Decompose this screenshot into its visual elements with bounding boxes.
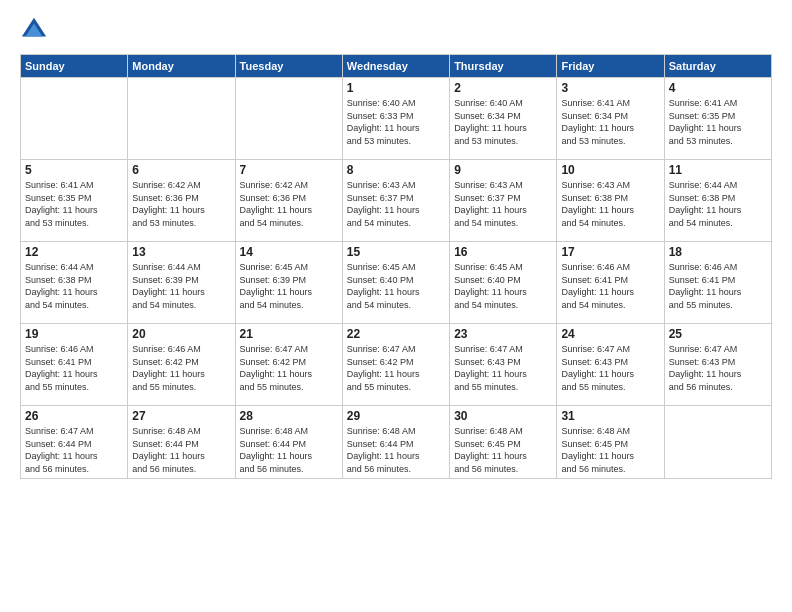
calendar-cell: 4Sunrise: 6:41 AMSunset: 6:35 PMDaylight… [664,78,771,160]
day-number: 22 [347,327,445,341]
day-number: 26 [25,409,123,423]
day-info: Sunrise: 6:43 AMSunset: 6:37 PMDaylight:… [347,179,445,229]
day-info: Sunrise: 6:40 AMSunset: 6:34 PMDaylight:… [454,97,552,147]
day-info: Sunrise: 6:48 AMSunset: 6:45 PMDaylight:… [454,425,552,475]
day-info: Sunrise: 6:41 AMSunset: 6:34 PMDaylight:… [561,97,659,147]
calendar-cell: 14Sunrise: 6:45 AMSunset: 6:39 PMDayligh… [235,242,342,324]
day-number: 14 [240,245,338,259]
day-info: Sunrise: 6:46 AMSunset: 6:41 PMDaylight:… [25,343,123,393]
day-number: 5 [25,163,123,177]
calendar-cell: 17Sunrise: 6:46 AMSunset: 6:41 PMDayligh… [557,242,664,324]
calendar-cell: 13Sunrise: 6:44 AMSunset: 6:39 PMDayligh… [128,242,235,324]
calendar-week-row: 5Sunrise: 6:41 AMSunset: 6:35 PMDaylight… [21,160,772,242]
day-info: Sunrise: 6:48 AMSunset: 6:44 PMDaylight:… [132,425,230,475]
calendar-cell: 7Sunrise: 6:42 AMSunset: 6:36 PMDaylight… [235,160,342,242]
day-number: 2 [454,81,552,95]
day-number: 31 [561,409,659,423]
weekday-header: Saturday [664,55,771,78]
calendar-week-row: 19Sunrise: 6:46 AMSunset: 6:41 PMDayligh… [21,324,772,406]
day-number: 20 [132,327,230,341]
day-number: 18 [669,245,767,259]
calendar-cell: 28Sunrise: 6:48 AMSunset: 6:44 PMDayligh… [235,406,342,479]
calendar-cell: 29Sunrise: 6:48 AMSunset: 6:44 PMDayligh… [342,406,449,479]
day-info: Sunrise: 6:46 AMSunset: 6:42 PMDaylight:… [132,343,230,393]
day-number: 19 [25,327,123,341]
calendar: SundayMondayTuesdayWednesdayThursdayFrid… [20,54,772,479]
day-info: Sunrise: 6:48 AMSunset: 6:45 PMDaylight:… [561,425,659,475]
calendar-cell [664,406,771,479]
calendar-header: SundayMondayTuesdayWednesdayThursdayFrid… [21,55,772,78]
day-number: 27 [132,409,230,423]
day-info: Sunrise: 6:47 AMSunset: 6:43 PMDaylight:… [561,343,659,393]
weekday-header: Sunday [21,55,128,78]
day-info: Sunrise: 6:44 AMSunset: 6:39 PMDaylight:… [132,261,230,311]
day-info: Sunrise: 6:45 AMSunset: 6:39 PMDaylight:… [240,261,338,311]
day-info: Sunrise: 6:40 AMSunset: 6:33 PMDaylight:… [347,97,445,147]
calendar-cell: 30Sunrise: 6:48 AMSunset: 6:45 PMDayligh… [450,406,557,479]
day-info: Sunrise: 6:48 AMSunset: 6:44 PMDaylight:… [240,425,338,475]
calendar-week-row: 26Sunrise: 6:47 AMSunset: 6:44 PMDayligh… [21,406,772,479]
day-info: Sunrise: 6:42 AMSunset: 6:36 PMDaylight:… [240,179,338,229]
calendar-cell: 26Sunrise: 6:47 AMSunset: 6:44 PMDayligh… [21,406,128,479]
calendar-cell: 8Sunrise: 6:43 AMSunset: 6:37 PMDaylight… [342,160,449,242]
calendar-cell: 10Sunrise: 6:43 AMSunset: 6:38 PMDayligh… [557,160,664,242]
calendar-cell: 31Sunrise: 6:48 AMSunset: 6:45 PMDayligh… [557,406,664,479]
day-number: 28 [240,409,338,423]
day-number: 30 [454,409,552,423]
calendar-cell: 21Sunrise: 6:47 AMSunset: 6:42 PMDayligh… [235,324,342,406]
day-info: Sunrise: 6:44 AMSunset: 6:38 PMDaylight:… [25,261,123,311]
day-number: 9 [454,163,552,177]
calendar-cell: 15Sunrise: 6:45 AMSunset: 6:40 PMDayligh… [342,242,449,324]
calendar-cell: 2Sunrise: 6:40 AMSunset: 6:34 PMDaylight… [450,78,557,160]
day-info: Sunrise: 6:47 AMSunset: 6:42 PMDaylight:… [347,343,445,393]
day-info: Sunrise: 6:47 AMSunset: 6:44 PMDaylight:… [25,425,123,475]
day-number: 29 [347,409,445,423]
calendar-week-row: 1Sunrise: 6:40 AMSunset: 6:33 PMDaylight… [21,78,772,160]
day-info: Sunrise: 6:42 AMSunset: 6:36 PMDaylight:… [132,179,230,229]
day-info: Sunrise: 6:47 AMSunset: 6:42 PMDaylight:… [240,343,338,393]
calendar-cell: 27Sunrise: 6:48 AMSunset: 6:44 PMDayligh… [128,406,235,479]
calendar-cell: 25Sunrise: 6:47 AMSunset: 6:43 PMDayligh… [664,324,771,406]
logo [20,16,54,44]
weekday-header: Thursday [450,55,557,78]
day-info: Sunrise: 6:47 AMSunset: 6:43 PMDaylight:… [669,343,767,393]
weekday-row: SundayMondayTuesdayWednesdayThursdayFrid… [21,55,772,78]
day-info: Sunrise: 6:43 AMSunset: 6:37 PMDaylight:… [454,179,552,229]
day-number: 17 [561,245,659,259]
day-number: 13 [132,245,230,259]
day-info: Sunrise: 6:45 AMSunset: 6:40 PMDaylight:… [454,261,552,311]
calendar-cell [21,78,128,160]
calendar-week-row: 12Sunrise: 6:44 AMSunset: 6:38 PMDayligh… [21,242,772,324]
page: SundayMondayTuesdayWednesdayThursdayFrid… [0,0,792,612]
day-info: Sunrise: 6:46 AMSunset: 6:41 PMDaylight:… [669,261,767,311]
weekday-header: Monday [128,55,235,78]
calendar-cell: 19Sunrise: 6:46 AMSunset: 6:41 PMDayligh… [21,324,128,406]
calendar-cell: 16Sunrise: 6:45 AMSunset: 6:40 PMDayligh… [450,242,557,324]
day-number: 12 [25,245,123,259]
day-number: 4 [669,81,767,95]
logo-icon [20,16,48,44]
calendar-body: 1Sunrise: 6:40 AMSunset: 6:33 PMDaylight… [21,78,772,479]
day-number: 7 [240,163,338,177]
day-info: Sunrise: 6:44 AMSunset: 6:38 PMDaylight:… [669,179,767,229]
day-number: 6 [132,163,230,177]
day-info: Sunrise: 6:47 AMSunset: 6:43 PMDaylight:… [454,343,552,393]
weekday-header: Wednesday [342,55,449,78]
calendar-cell: 22Sunrise: 6:47 AMSunset: 6:42 PMDayligh… [342,324,449,406]
day-info: Sunrise: 6:41 AMSunset: 6:35 PMDaylight:… [669,97,767,147]
day-number: 23 [454,327,552,341]
day-number: 24 [561,327,659,341]
calendar-cell [128,78,235,160]
calendar-cell: 3Sunrise: 6:41 AMSunset: 6:34 PMDaylight… [557,78,664,160]
calendar-cell: 6Sunrise: 6:42 AMSunset: 6:36 PMDaylight… [128,160,235,242]
day-number: 8 [347,163,445,177]
calendar-cell: 12Sunrise: 6:44 AMSunset: 6:38 PMDayligh… [21,242,128,324]
calendar-cell [235,78,342,160]
calendar-cell: 24Sunrise: 6:47 AMSunset: 6:43 PMDayligh… [557,324,664,406]
calendar-cell: 1Sunrise: 6:40 AMSunset: 6:33 PMDaylight… [342,78,449,160]
day-info: Sunrise: 6:45 AMSunset: 6:40 PMDaylight:… [347,261,445,311]
calendar-cell: 11Sunrise: 6:44 AMSunset: 6:38 PMDayligh… [664,160,771,242]
day-info: Sunrise: 6:43 AMSunset: 6:38 PMDaylight:… [561,179,659,229]
day-info: Sunrise: 6:48 AMSunset: 6:44 PMDaylight:… [347,425,445,475]
calendar-cell: 18Sunrise: 6:46 AMSunset: 6:41 PMDayligh… [664,242,771,324]
